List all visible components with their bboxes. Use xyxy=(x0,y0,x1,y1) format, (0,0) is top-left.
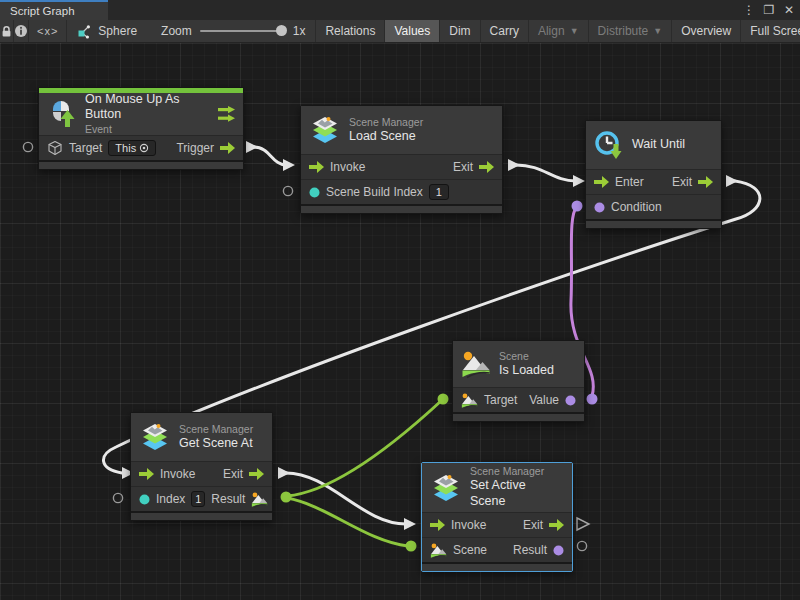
flow-icon[interactable] xyxy=(549,519,564,531)
value-chip[interactable]: 1 xyxy=(429,184,449,200)
on-mouse-up-as-button-node[interactable]: On Mouse Up As ButtonEventTargetThisTrig… xyxy=(38,87,244,170)
csharp-preview-button[interactable]: <x> xyxy=(29,20,67,42)
target-glyph-icon xyxy=(139,143,149,153)
node-kicker: Scene xyxy=(499,350,576,363)
toolbar-button-full-screen[interactable]: Full Screen xyxy=(740,20,800,42)
get-scene-at-node[interactable]: Scene ManagerGet Scene AtInvokeExitIndex… xyxy=(130,412,273,521)
port-label: Exit xyxy=(523,518,543,532)
scene-mini-icon[interactable] xyxy=(461,392,478,409)
maximize-icon[interactable]: ❐ xyxy=(760,3,778,17)
toolbar-button-dim[interactable]: Dim xyxy=(439,20,479,42)
toolbar-button-label: Relations xyxy=(325,24,375,38)
port-row: InvokeExit xyxy=(422,512,572,537)
port-label: Condition xyxy=(611,200,662,214)
node-title: On Mouse Up As Button xyxy=(85,92,210,123)
scene-icon xyxy=(461,349,491,379)
teal-value-port-icon[interactable] xyxy=(309,187,320,198)
node-kicker: Scene Manager xyxy=(470,465,564,478)
wire-getsceneat-result-to-isloaded-target[interactable] xyxy=(287,401,441,496)
mouseup-trigger-port[interactable] xyxy=(246,141,258,153)
script-graph-window: Script Graph ⋮ ❐ ✕ <x> xyxy=(0,0,800,600)
port-label: Exit xyxy=(453,160,473,174)
graph-canvas[interactable]: On Mouse Up As ButtonEventTargetThisTrig… xyxy=(0,43,800,600)
graph-name: Sphere xyxy=(67,20,151,42)
flow-icon[interactable] xyxy=(249,468,264,480)
node-footer xyxy=(422,562,572,571)
teal-value-port-icon[interactable] xyxy=(139,494,150,505)
purple-value-port-icon[interactable] xyxy=(565,395,576,406)
waituntil-condition-port[interactable] xyxy=(572,201,583,212)
setactive-result-port[interactable] xyxy=(577,541,586,550)
wire-loadscene-exit-to-waituntil-enter[interactable] xyxy=(516,165,576,181)
wait-until-node[interactable]: Wait UntilEnterExitCondition xyxy=(585,120,722,229)
value-chip-text: 1 xyxy=(436,186,442,198)
wire-getsceneat-exit-to-setactive-invoke[interactable] xyxy=(286,473,406,524)
set-active-scene-node[interactable]: Scene ManagerSet Active SceneInvokeExitS… xyxy=(421,462,573,572)
graph-icon xyxy=(77,24,92,39)
lock-button[interactable] xyxy=(0,20,14,42)
value-chip[interactable]: This xyxy=(108,140,156,156)
wire-mouseup-trigger-to-loadscene-invoke[interactable] xyxy=(254,147,286,165)
toolbar-button-values[interactable]: Values xyxy=(384,20,439,42)
waituntil-enter-port[interactable] xyxy=(573,175,585,187)
graph-name-label: Sphere xyxy=(98,24,137,38)
port-label: Invoke xyxy=(451,518,486,532)
toolbar-button-label: Full Screen xyxy=(750,24,800,38)
flow-icon[interactable] xyxy=(479,161,494,173)
load-scene-node[interactable]: Scene ManagerLoad SceneInvokeExitScene B… xyxy=(300,105,503,214)
port-label: Trigger xyxy=(176,141,214,155)
node-footer xyxy=(301,204,502,213)
node-title: Get Scene At xyxy=(179,436,264,452)
port-label: Scene Build Index xyxy=(326,185,423,199)
setactive-invoke-port[interactable] xyxy=(404,518,416,530)
isloaded-value-port[interactable] xyxy=(587,394,598,405)
node-title: Is Loaded xyxy=(499,363,576,379)
flow-icon[interactable] xyxy=(430,519,445,531)
flow-icon[interactable] xyxy=(698,176,713,188)
toolbar-button-carry[interactable]: Carry xyxy=(480,20,528,42)
flow-icon[interactable] xyxy=(309,161,324,173)
inspect-button[interactable] xyxy=(14,20,29,42)
toolbar-button-align[interactable]: Align▼ xyxy=(528,20,588,42)
getsceneat-exit-port[interactable] xyxy=(278,467,290,479)
graph-toolbar: <x> Sphere Zoom 1x RelationsValuesDimCar… xyxy=(0,20,800,43)
loadscene-exit-port[interactable] xyxy=(508,159,520,171)
menu-icon[interactable]: ⋮ xyxy=(740,3,758,17)
flow-icon[interactable] xyxy=(594,176,609,188)
port-label: Invoke xyxy=(160,467,195,481)
setactive-exit-port[interactable] xyxy=(577,518,589,530)
mouseup-target-port[interactable] xyxy=(23,142,32,151)
purple-value-port-icon[interactable] xyxy=(553,545,564,556)
waituntil-exit-port[interactable] xyxy=(726,175,738,187)
toolbar-button-overview[interactable]: Overview xyxy=(671,20,740,42)
toolbar-buttons: RelationsValuesDimCarryAlign▼Distribute▼… xyxy=(315,20,800,42)
isloaded-target-port[interactable] xyxy=(438,394,449,405)
zoom-slider-knob[interactable] xyxy=(276,25,287,36)
node-header: SceneIs Loaded xyxy=(453,341,584,387)
code-icon: <x> xyxy=(37,25,58,37)
close-icon[interactable]: ✕ xyxy=(780,3,798,17)
purple-value-port-icon[interactable] xyxy=(594,202,605,213)
port-label: Invoke xyxy=(330,160,365,174)
loadscene-invoke-port[interactable] xyxy=(283,159,295,171)
flow-icon[interactable] xyxy=(220,142,235,154)
getsceneat-result-port[interactable] xyxy=(281,492,292,503)
tab-script-graph[interactable]: Script Graph xyxy=(0,0,108,20)
flow-icon[interactable] xyxy=(139,468,154,480)
node-title: Load Scene xyxy=(349,129,494,145)
zoom-slider[interactable] xyxy=(200,30,285,32)
toolbar-button-distribute[interactable]: Distribute▼ xyxy=(588,20,672,42)
is-loaded-node[interactable]: SceneIs LoadedTargetValue xyxy=(452,340,585,422)
scene-mini-icon[interactable] xyxy=(251,491,268,508)
value-chip[interactable]: 1 xyxy=(191,491,205,507)
loadscene-buildindex-port[interactable] xyxy=(283,186,292,195)
scene-mini-icon[interactable] xyxy=(430,542,447,559)
getsceneat-index-port[interactable] xyxy=(113,493,122,502)
setactive-scene-port[interactable] xyxy=(406,541,417,552)
node-header: On Mouse Up As ButtonEvent xyxy=(39,93,243,135)
port-row: Index1Result xyxy=(131,486,272,511)
cube-icon[interactable] xyxy=(47,140,63,156)
zoom-value: 1x xyxy=(293,24,306,38)
node-footer xyxy=(453,412,584,421)
toolbar-button-relations[interactable]: Relations xyxy=(315,20,384,42)
